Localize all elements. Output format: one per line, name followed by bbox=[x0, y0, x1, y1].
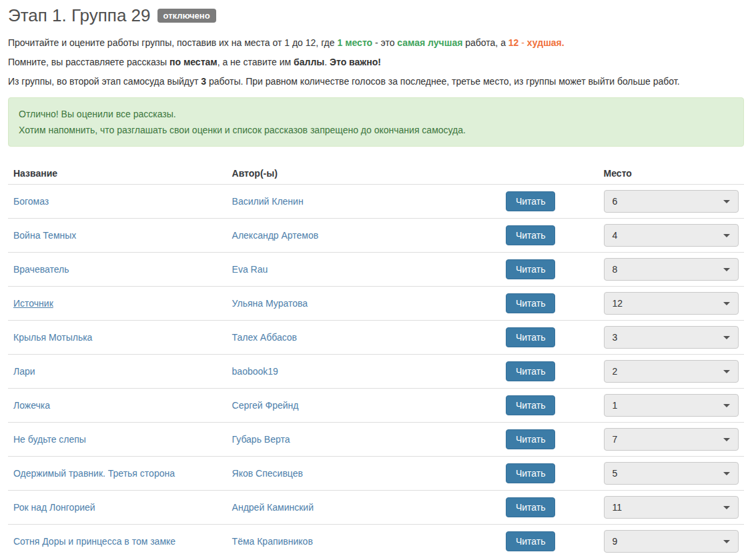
place-select-value: 9 bbox=[613, 536, 618, 547]
story-title-link[interactable]: Богомаз bbox=[13, 196, 49, 207]
text-segment: - это bbox=[372, 37, 397, 48]
author-link[interactable]: Сергей Фрейнд bbox=[232, 400, 299, 411]
column-header-authors: Автор(-ы) bbox=[227, 163, 500, 185]
table-row: Сотня Доры и принцесса в том замке Тёма … bbox=[8, 525, 744, 559]
page-container: Этап 1. Группа 29отключено Прочитайте и … bbox=[0, 0, 752, 558]
alert-line-2: Хотим напомнить, что разглашать свои оце… bbox=[19, 123, 733, 137]
text-segment: работы. При равном количестве голосов за… bbox=[206, 76, 680, 87]
text-segment: - bbox=[518, 37, 526, 48]
place-select[interactable]: 2 bbox=[604, 360, 739, 383]
author-link[interactable]: Андрей Каминский bbox=[232, 502, 314, 513]
table-header-row: Название Автор(-ы) Место bbox=[8, 163, 744, 185]
place-select[interactable]: 6 bbox=[604, 190, 739, 213]
read-button[interactable]: Читать bbox=[506, 293, 556, 313]
place-select[interactable]: 11 bbox=[604, 496, 739, 519]
author-link[interactable]: Яков Спесивцев bbox=[232, 468, 303, 479]
instructions-line-2: Помните, вы расставляете рассказы по мес… bbox=[8, 55, 744, 69]
story-title-link[interactable]: Ложечка bbox=[13, 400, 50, 411]
story-title-link[interactable]: Рок над Лонгорией bbox=[13, 502, 95, 513]
place-select[interactable]: 9 bbox=[604, 530, 739, 553]
bold-segment: по местам bbox=[169, 57, 218, 67]
read-button[interactable]: Читать bbox=[506, 531, 556, 551]
column-header-place: Место bbox=[599, 163, 744, 185]
story-title-link[interactable]: Сотня Доры и принцесса в том замке bbox=[13, 536, 175, 547]
read-button[interactable]: Читать bbox=[506, 429, 556, 449]
place-select-value: 5 bbox=[613, 468, 618, 479]
read-button[interactable]: Читать bbox=[506, 497, 556, 517]
table-row: Ложечка Сергей Фрейнд Читать 1 bbox=[8, 389, 744, 423]
author-link[interactable]: Ульяна Муратова bbox=[232, 298, 308, 309]
page-title: Этап 1. Группа 29отключено bbox=[8, 5, 744, 25]
story-title-link[interactable]: Война Темных bbox=[13, 230, 76, 241]
place-select[interactable]: 1 bbox=[604, 394, 739, 417]
author-link[interactable]: Талех Аббасов bbox=[232, 332, 297, 343]
story-title-link[interactable]: Не будьте слепы bbox=[13, 434, 86, 445]
ratings-table: Название Автор(-ы) Место Богомаз Василий… bbox=[8, 163, 744, 558]
status-badge: отключено bbox=[157, 9, 216, 23]
read-button[interactable]: Читать bbox=[506, 259, 556, 279]
chevron-down-icon bbox=[723, 438, 730, 441]
chevron-down-icon bbox=[723, 234, 730, 237]
place-select[interactable]: 5 bbox=[604, 462, 739, 485]
author-link[interactable]: baobook19 bbox=[232, 366, 278, 377]
best-work-highlight: самая лучшая bbox=[397, 37, 462, 48]
read-button[interactable]: Читать bbox=[506, 327, 556, 347]
read-button[interactable]: Читать bbox=[506, 361, 556, 381]
table-row: Богомаз Василий Кленин Читать 6 bbox=[8, 185, 744, 219]
place-select-value: 6 bbox=[613, 196, 618, 207]
place-select-value: 4 bbox=[613, 230, 618, 241]
place-select-value: 2 bbox=[613, 366, 618, 377]
read-button[interactable]: Читать bbox=[506, 395, 556, 415]
place-select[interactable]: 7 bbox=[604, 428, 739, 451]
alert-success: Отлично! Вы оценили все рассказы. Хотим … bbox=[8, 97, 744, 147]
best-place-highlight: 1 место bbox=[337, 37, 372, 48]
read-button[interactable]: Читать bbox=[506, 191, 556, 211]
place-select-value: 3 bbox=[613, 332, 618, 343]
chevron-down-icon bbox=[723, 404, 730, 407]
read-button[interactable]: Читать bbox=[506, 225, 556, 245]
table-row: Рок над Лонгорией Андрей Каминский Читат… bbox=[8, 491, 744, 525]
place-select-value: 1 bbox=[613, 400, 618, 411]
chevron-down-icon bbox=[723, 370, 730, 373]
text-segment: , а не ставите им bbox=[218, 57, 294, 67]
author-link[interactable]: Василий Кленин bbox=[232, 196, 304, 207]
author-link[interactable]: Александр Артемов bbox=[232, 230, 319, 241]
author-link[interactable]: Тёма Крапивников bbox=[232, 536, 313, 547]
column-header-title: Название bbox=[8, 163, 227, 185]
instructions-line-1: Прочитайте и оцените работы группы, пост… bbox=[8, 36, 744, 49]
story-title-link[interactable]: Источник bbox=[13, 298, 53, 309]
bold-segment: баллы bbox=[294, 57, 324, 67]
chevron-down-icon bbox=[723, 336, 730, 339]
author-link[interactable]: Губарь Верта bbox=[232, 434, 290, 445]
story-title-link[interactable]: Одержимый травник. Третья сторона bbox=[13, 468, 175, 479]
place-select-value: 12 bbox=[613, 298, 623, 309]
author-link[interactable]: Eva Rau bbox=[232, 264, 268, 275]
story-title-link[interactable]: Лари bbox=[13, 366, 35, 377]
alert-line-1: Отлично! Вы оценили все рассказы. bbox=[19, 107, 733, 121]
table-row: Война Темных Александр Артемов Читать 4 bbox=[8, 219, 744, 253]
place-select[interactable]: 12 bbox=[604, 292, 739, 315]
place-select-value: 8 bbox=[613, 264, 618, 275]
worst-work-highlight: худшая. bbox=[527, 37, 565, 48]
table-row: Одержимый травник. Третья сторона Яков С… bbox=[8, 457, 744, 491]
place-select[interactable]: 3 bbox=[604, 326, 739, 349]
bold-segment: Это важно! bbox=[330, 57, 381, 67]
place-select[interactable]: 8 bbox=[604, 258, 739, 281]
instructions-line-3: Из группы, во второй этап самосуда выйду… bbox=[8, 75, 744, 88]
text-segment: Прочитайте и оцените работы группы, пост… bbox=[8, 37, 337, 48]
bold-segment: 3 bbox=[201, 76, 206, 87]
table-row: Крылья Мотылька Талех Аббасов Читать 3 bbox=[8, 321, 744, 355]
place-select-value: 7 bbox=[613, 434, 618, 445]
table-row: Лари baobook19 Читать 2 bbox=[8, 355, 744, 389]
text-segment: Из группы, во второй этап самосуда выйду… bbox=[8, 76, 201, 87]
text-segment: . bbox=[324, 57, 330, 67]
chevron-down-icon bbox=[723, 506, 730, 509]
story-title-link[interactable]: Врачеватель bbox=[13, 264, 69, 275]
read-button[interactable]: Читать bbox=[506, 463, 556, 483]
story-title-link[interactable]: Крылья Мотылька bbox=[13, 332, 92, 343]
chevron-down-icon bbox=[723, 302, 730, 305]
table-row: Не будьте слепы Губарь Верта Читать 7 bbox=[8, 423, 744, 457]
table-row: Врачеватель Eva Rau Читать 8 bbox=[8, 253, 744, 287]
text-segment: работа, а bbox=[462, 37, 508, 48]
place-select[interactable]: 4 bbox=[604, 224, 739, 247]
